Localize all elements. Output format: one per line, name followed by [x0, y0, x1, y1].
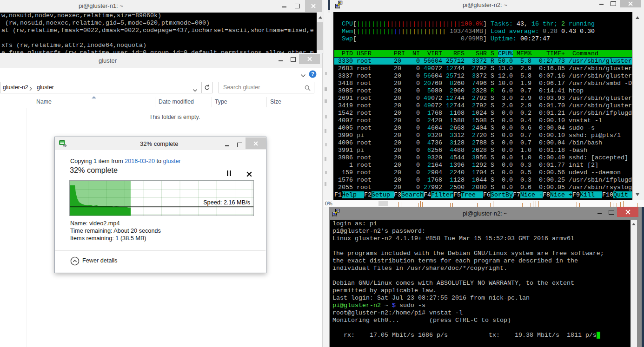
svg-text:?: ? [311, 71, 314, 77]
